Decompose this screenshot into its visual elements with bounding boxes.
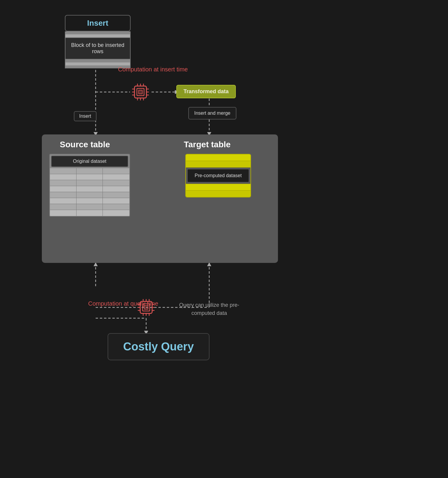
- query-utilize-text: Query can utilize the pre-computed data: [176, 301, 242, 317]
- insert-header: Insert: [65, 15, 131, 31]
- cpu-insert-icon: [130, 81, 151, 104]
- source-table-label: Source table: [60, 140, 110, 149]
- costly-query-box: Costly Query: [108, 333, 210, 360]
- pre-computed-label: Pre-computed dataset: [187, 169, 249, 183]
- insert-small-label: Insert: [74, 111, 97, 121]
- insert-block-wrapper: Insert Block of to be inserted rows: [65, 15, 131, 68]
- target-table-label: Target table: [184, 140, 231, 149]
- block-rows-label: Block of to be inserted rows: [65, 37, 131, 59]
- target-grid: Pre-computed dataset: [185, 154, 251, 197]
- insert-merge-box: Insert and merge: [188, 107, 236, 120]
- transformed-data-box: Transformed data: [176, 85, 236, 98]
- original-dataset-label: Original dataset: [51, 156, 128, 167]
- cpu-query-icon: [135, 297, 157, 319]
- source-grid: Original dataset: [49, 154, 130, 217]
- computation-insert-label: Computation at insert time: [118, 65, 188, 73]
- block-rows-block: Block of to be inserted rows: [65, 31, 131, 68]
